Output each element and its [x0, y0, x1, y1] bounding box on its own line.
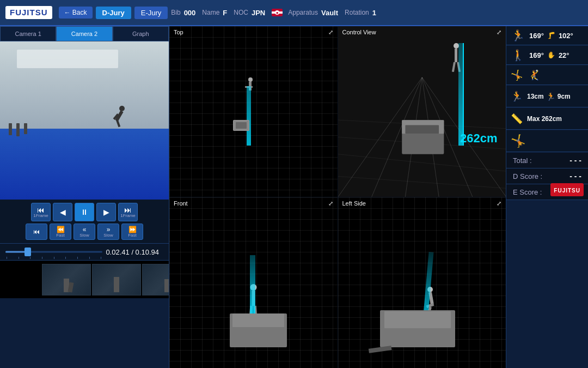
bib-label: Bib [171, 9, 180, 16]
svg-line-9 [338, 176, 506, 188]
play-button[interactable]: ▶ [96, 203, 116, 221]
tab-camera1[interactable]: Camera 1 [0, 26, 56, 41]
frame-fwd-button[interactable]: ⏭ 1Frame [118, 203, 138, 221]
vault-top2 [233, 120, 249, 131]
front-view-label: Front [174, 200, 188, 207]
person2 [16, 123, 20, 136]
bib-value: 000 [184, 9, 196, 17]
ejury-button[interactable]: E-Jury [134, 7, 168, 19]
timeline-slider[interactable] [5, 247, 102, 257]
gymnast-icon-1: 🏃 [511, 29, 525, 42]
fujitsu-watermark: FUJITSU [550, 183, 584, 196]
dscore-value: - - - [569, 172, 581, 180]
front-expand-button[interactable]: ⤢ [328, 200, 333, 207]
perspective-grid-svg [338, 26, 506, 197]
arm-icon-2: ✋ [547, 51, 555, 59]
slow-fwd-button[interactable]: » Slow [97, 224, 119, 240]
gymnast-icon-2: 🚶 [511, 49, 525, 62]
top-view-label: Top [174, 29, 183, 35]
angle1b-value: 102° [559, 32, 573, 40]
top-expand-button[interactable]: ⤢ [328, 29, 333, 36]
total-score-row: Total : - - - [506, 153, 588, 168]
main-content: Camera 1 Camera 2 Graph [0, 26, 588, 368]
ejury-label: E-Jury [141, 9, 162, 17]
rotation-label: Rotation [345, 9, 369, 16]
timeline-row: 0.02.41 / 0.10.94 [5, 247, 163, 257]
djury-button[interactable]: D-Jury [96, 7, 131, 19]
max-icon: 📏 [511, 113, 523, 125]
fujitsu-watermark-text: FUJITSU [554, 188, 580, 194]
header-bar: FUJITSU ← Back D-Jury E-Jury Bib 000 Nam… [0, 0, 588, 26]
metric-jump: 🤸 [506, 130, 588, 152]
height-icon-2: 🏃 [546, 92, 555, 101]
video-area [0, 41, 169, 200]
step-back-button[interactable]: ◀ [53, 203, 72, 221]
rotation-value: 1 [372, 9, 376, 17]
left-view-label: Left Side [342, 200, 366, 207]
max-value: Max 262cm [527, 115, 562, 123]
fast-back-button[interactable]: ⏪ Fast [50, 224, 71, 240]
logo: FUJITSU [5, 6, 52, 19]
angle2b-value: 22° [559, 51, 569, 59]
view-top: Top ⤢ [169, 26, 338, 197]
tab-camera2[interactable]: Camera 2 [56, 26, 112, 41]
controls-area: ⏮ 1Frame ◀ ⏸ ▶ ⏭ 1Frame ⏮ [0, 200, 169, 243]
top-scene [169, 26, 338, 197]
timeline-ticks [5, 257, 102, 259]
jump-icon: 🤸 [511, 134, 525, 148]
slow-back-button[interactable]: « Slow [74, 224, 95, 240]
name-value: F [223, 9, 227, 17]
pause-button[interactable]: ⏸ [75, 203, 94, 221]
body-icon-1: 🤸 [511, 69, 523, 81]
timeline-thumb[interactable] [24, 248, 31, 256]
dscore-label: D Score : [513, 172, 542, 180]
controls-row1: ⏮ 1Frame ◀ ⏸ ▶ ⏭ 1Frame [3, 203, 166, 221]
height2-value: 9cm [558, 93, 571, 100]
film-frame[interactable] [142, 264, 169, 295]
metric-heights: 🏃 13cm 🏃 9cm [506, 86, 588, 107]
frame-back-button[interactable]: ⏮ 1Frame [31, 203, 51, 221]
view-left: Left Side ⤢ [338, 197, 506, 368]
person1 [9, 123, 12, 135]
gym-floor [0, 129, 169, 200]
back-label: ← Back [64, 9, 87, 16]
bg-people [9, 123, 27, 136]
apparatus-label: Apparatus [288, 9, 318, 16]
front-scene [169, 197, 338, 368]
left-panel: Camera 1 Camera 2 Graph [0, 26, 169, 368]
arm-icon-1: 🦵 [547, 32, 555, 39]
escore-row: E Score : - - - FUJITSU [506, 184, 588, 200]
apparatus-value: Vault [321, 9, 338, 17]
total-label: Total : [513, 156, 532, 165]
scores-section: Total : - - - D Score : - - - E Score : … [506, 153, 588, 368]
djury-label: D-Jury [102, 9, 125, 17]
time-current: 0.02.41 / 0.10.94 [106, 248, 159, 256]
control-scene: 262cm [338, 26, 506, 197]
left-scene [338, 197, 506, 368]
metric-icons-row: 🤸 🤾 [506, 65, 588, 85]
film-frame[interactable] [92, 264, 141, 295]
noc-label: NOC [234, 9, 248, 16]
dscore-row: D Score : - - - [506, 168, 588, 184]
metric-angles-1: 🏃 169° 🦵 102° [506, 26, 588, 45]
right-panel: 🏃 169° 🦵 102° 🚶 169° ✋ 22° [506, 26, 588, 368]
fast-fwd-button[interactable]: ⏩ Fast [121, 224, 143, 240]
vault-left [380, 310, 456, 348]
angle1a-value: 169° [529, 32, 544, 40]
grid-lines-top [169, 26, 338, 197]
gymnast-figure [117, 106, 127, 133]
distance-label: 262cm [460, 131, 498, 146]
views-grid: Top ⤢ [169, 26, 506, 368]
left-expand-button[interactable]: ⤢ [497, 200, 501, 207]
escore-label: E Score : [513, 188, 542, 196]
name-label: Name [202, 9, 219, 16]
metric-angles-2: 🚶 169° ✋ 22° [506, 46, 588, 65]
control-expand-button[interactable]: ⤢ [497, 29, 501, 36]
svg-rect-12 [405, 125, 439, 134]
tab-graph[interactable]: Graph [113, 26, 169, 41]
start-button[interactable]: ⏮ [26, 224, 47, 240]
back-button[interactable]: ← Back [59, 7, 93, 19]
svg-line-8 [338, 154, 506, 171]
noc-value: JPN [252, 9, 265, 17]
film-frame[interactable] [42, 264, 91, 295]
